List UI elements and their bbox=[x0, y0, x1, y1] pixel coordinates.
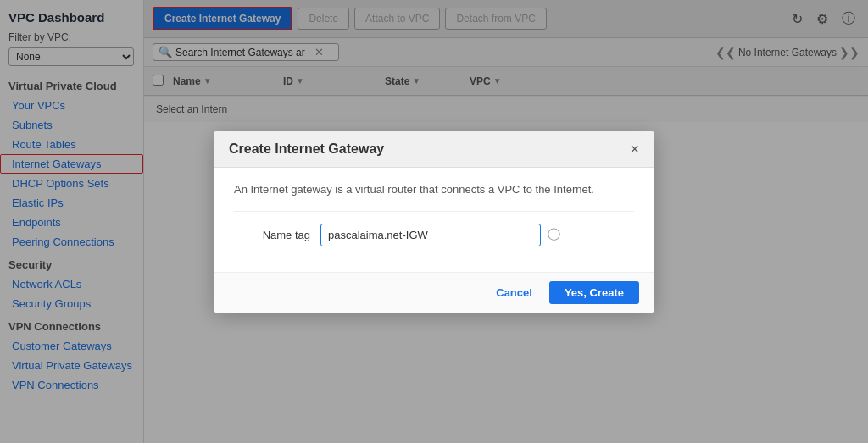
modal-overlay: Create Internet Gateway × An Internet ga… bbox=[0, 0, 868, 443]
yes-create-button[interactable]: Yes, Create bbox=[549, 281, 639, 304]
modal-header: Create Internet Gateway × bbox=[214, 131, 654, 168]
info-icon[interactable]: ⓘ bbox=[548, 227, 560, 243]
modal-close-button[interactable]: × bbox=[630, 141, 639, 157]
name-tag-input[interactable] bbox=[320, 224, 541, 246]
modal-form-row: Name tag ⓘ bbox=[234, 211, 634, 246]
modal-title: Create Internet Gateway bbox=[229, 141, 384, 157]
name-tag-label: Name tag bbox=[234, 229, 310, 241]
modal-description: An Internet gateway is a virtual router … bbox=[234, 183, 634, 196]
modal-body: An Internet gateway is a virtual router … bbox=[214, 168, 654, 272]
create-internet-gateway-modal: Create Internet Gateway × An Internet ga… bbox=[214, 131, 654, 313]
cancel-button[interactable]: Cancel bbox=[487, 281, 541, 304]
modal-footer: Cancel Yes, Create bbox=[214, 272, 654, 313]
